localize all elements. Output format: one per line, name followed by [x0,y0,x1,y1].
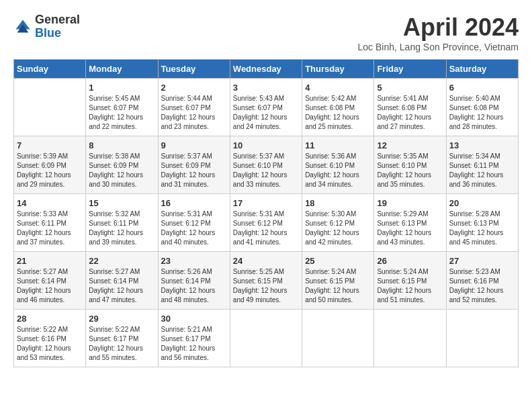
day-info: Sunrise: 5:28 AMSunset: 6:13 PMDaylight:… [449,210,515,247]
calendar-body: 1Sunrise: 5:45 AMSunset: 6:07 PMDaylight… [14,79,519,367]
day-info: Sunrise: 5:30 AMSunset: 6:12 PMDaylight:… [305,210,371,247]
day-cell: 15Sunrise: 5:32 AMSunset: 6:11 PMDayligh… [86,194,158,252]
day-number: 5 [377,83,443,93]
day-cell [14,79,86,136]
day-info: Sunrise: 5:29 AMSunset: 6:13 PMDaylight:… [377,210,443,247]
day-number: 7 [17,140,83,150]
day-cell: 27Sunrise: 5:23 AMSunset: 6:16 PMDayligh… [446,252,518,310]
day-number: 14 [17,198,83,208]
weekday-header-saturday: Saturday [446,60,518,79]
day-info: Sunrise: 5:22 AMSunset: 6:17 PMDaylight:… [89,325,154,363]
day-number: 8 [89,140,154,150]
day-info: Sunrise: 5:43 AMSunset: 6:07 PMDaylight:… [233,94,299,132]
day-cell: 25Sunrise: 5:24 AMSunset: 6:15 PMDayligh… [302,252,374,310]
day-info: Sunrise: 5:25 AMSunset: 6:15 PMDaylight:… [233,267,299,305]
day-info: Sunrise: 5:32 AMSunset: 6:11 PMDaylight:… [89,210,154,247]
calendar-header: SundayMondayTuesdayWednesdayThursdayFrid… [14,60,519,79]
day-info: Sunrise: 5:21 AMSunset: 6:17 PMDaylight:… [161,325,227,363]
logo-text: General Blue [35,13,80,40]
day-cell: 4Sunrise: 5:42 AMSunset: 6:08 PMDaylight… [302,79,374,136]
weekday-header-row: SundayMondayTuesdayWednesdayThursdayFrid… [14,60,519,79]
day-number: 26 [377,256,443,266]
day-cell: 19Sunrise: 5:29 AMSunset: 6:13 PMDayligh… [374,194,446,252]
day-number: 27 [449,256,515,266]
day-cell: 7Sunrise: 5:39 AMSunset: 6:09 PMDaylight… [14,136,86,194]
day-cell: 1Sunrise: 5:45 AMSunset: 6:07 PMDaylight… [86,79,158,136]
day-cell [446,310,518,367]
day-number: 6 [449,83,515,93]
day-info: Sunrise: 5:35 AMSunset: 6:10 PMDaylight:… [377,152,443,189]
day-info: Sunrise: 5:37 AMSunset: 6:10 PMDaylight:… [233,152,299,189]
week-row-4: 21Sunrise: 5:27 AMSunset: 6:14 PMDayligh… [14,252,519,310]
day-number: 17 [233,198,299,208]
day-info: Sunrise: 5:40 AMSunset: 6:08 PMDaylight:… [449,94,515,132]
month-title: April 2024 [358,13,519,42]
day-cell: 17Sunrise: 5:31 AMSunset: 6:12 PMDayligh… [230,194,302,252]
day-cell [302,310,374,367]
day-number: 19 [377,198,443,208]
day-info: Sunrise: 5:39 AMSunset: 6:09 PMDaylight:… [17,152,83,189]
day-number: 24 [233,256,299,266]
day-info: Sunrise: 5:38 AMSunset: 6:09 PMDaylight:… [89,152,154,189]
day-number: 2 [161,83,227,93]
day-cell: 10Sunrise: 5:37 AMSunset: 6:10 PMDayligh… [230,136,302,194]
day-cell: 8Sunrise: 5:38 AMSunset: 6:09 PMDaylight… [86,136,158,194]
weekday-header-friday: Friday [374,60,446,79]
day-cell: 28Sunrise: 5:22 AMSunset: 6:16 PMDayligh… [14,310,86,367]
logo: General Blue [13,13,80,40]
day-cell: 2Sunrise: 5:44 AMSunset: 6:07 PMDaylight… [158,79,230,136]
week-row-2: 7Sunrise: 5:39 AMSunset: 6:09 PMDaylight… [14,136,519,194]
day-number: 22 [89,256,154,266]
day-number: 13 [449,140,515,150]
page-header: General Blue April 2024 Loc Binh, Lang S… [13,13,519,52]
day-cell [374,310,446,367]
day-cell: 6Sunrise: 5:40 AMSunset: 6:08 PMDaylight… [446,79,518,136]
day-cell: 14Sunrise: 5:33 AMSunset: 6:11 PMDayligh… [14,194,86,252]
weekday-header-tuesday: Tuesday [158,60,230,79]
day-number: 12 [377,140,443,150]
day-cell: 3Sunrise: 5:43 AMSunset: 6:07 PMDaylight… [230,79,302,136]
location: Loc Binh, Lang Son Province, Vietnam [358,42,519,52]
day-number: 4 [305,83,371,93]
week-row-5: 28Sunrise: 5:22 AMSunset: 6:16 PMDayligh… [14,310,519,367]
day-cell: 22Sunrise: 5:27 AMSunset: 6:14 PMDayligh… [86,252,158,310]
day-number: 15 [89,198,154,208]
day-number: 29 [89,314,154,324]
day-number: 1 [89,83,154,93]
day-info: Sunrise: 5:41 AMSunset: 6:08 PMDaylight:… [377,94,443,132]
day-cell: 16Sunrise: 5:31 AMSunset: 6:12 PMDayligh… [158,194,230,252]
weekday-header-wednesday: Wednesday [230,60,302,79]
title-area: April 2024 Loc Binh, Lang Son Province, … [358,13,519,52]
day-info: Sunrise: 5:36 AMSunset: 6:10 PMDaylight:… [305,152,371,189]
day-cell: 18Sunrise: 5:30 AMSunset: 6:12 PMDayligh… [302,194,374,252]
day-cell: 13Sunrise: 5:34 AMSunset: 6:11 PMDayligh… [446,136,518,194]
day-info: Sunrise: 5:44 AMSunset: 6:07 PMDaylight:… [161,94,227,132]
day-number: 21 [17,256,83,266]
day-info: Sunrise: 5:45 AMSunset: 6:07 PMDaylight:… [89,94,154,132]
day-number: 9 [161,140,227,150]
day-cell: 9Sunrise: 5:37 AMSunset: 6:09 PMDaylight… [158,136,230,194]
day-number: 28 [17,314,83,324]
day-info: Sunrise: 5:33 AMSunset: 6:11 PMDaylight:… [17,210,83,247]
day-cell: 11Sunrise: 5:36 AMSunset: 6:10 PMDayligh… [302,136,374,194]
day-cell: 23Sunrise: 5:26 AMSunset: 6:14 PMDayligh… [158,252,230,310]
day-number: 10 [233,140,299,150]
day-cell: 12Sunrise: 5:35 AMSunset: 6:10 PMDayligh… [374,136,446,194]
week-row-3: 14Sunrise: 5:33 AMSunset: 6:11 PMDayligh… [14,194,519,252]
week-row-1: 1Sunrise: 5:45 AMSunset: 6:07 PMDaylight… [14,79,519,136]
day-number: 18 [305,198,371,208]
weekday-header-sunday: Sunday [14,60,86,79]
day-number: 3 [233,83,299,93]
day-info: Sunrise: 5:22 AMSunset: 6:16 PMDaylight:… [17,325,83,363]
calendar-table: SundayMondayTuesdayWednesdayThursdayFrid… [13,59,519,367]
day-info: Sunrise: 5:24 AMSunset: 6:15 PMDaylight:… [305,267,371,305]
day-info: Sunrise: 5:42 AMSunset: 6:08 PMDaylight:… [305,94,371,132]
day-cell: 5Sunrise: 5:41 AMSunset: 6:08 PMDaylight… [374,79,446,136]
day-cell: 20Sunrise: 5:28 AMSunset: 6:13 PMDayligh… [446,194,518,252]
day-info: Sunrise: 5:31 AMSunset: 6:12 PMDaylight:… [233,210,299,247]
weekday-header-thursday: Thursday [302,60,374,79]
day-info: Sunrise: 5:27 AMSunset: 6:14 PMDaylight:… [89,267,154,305]
day-number: 30 [161,314,227,324]
day-info: Sunrise: 5:26 AMSunset: 6:14 PMDaylight:… [161,267,227,305]
weekday-header-monday: Monday [86,60,158,79]
